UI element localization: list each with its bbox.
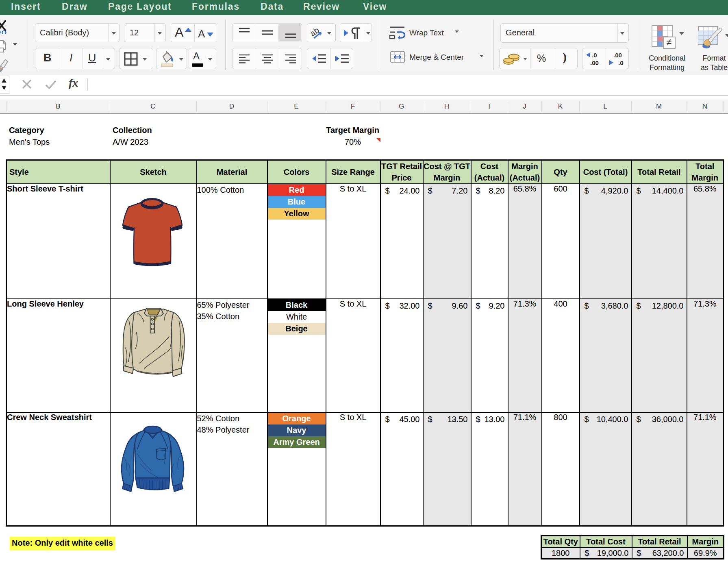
svg-text:≠: ≠ xyxy=(666,37,671,48)
svg-text:.00: .00 xyxy=(613,52,622,59)
svg-text:.00: .00 xyxy=(590,59,599,66)
svg-text:.0: .0 xyxy=(592,52,597,59)
svg-text:.0: .0 xyxy=(618,59,624,66)
